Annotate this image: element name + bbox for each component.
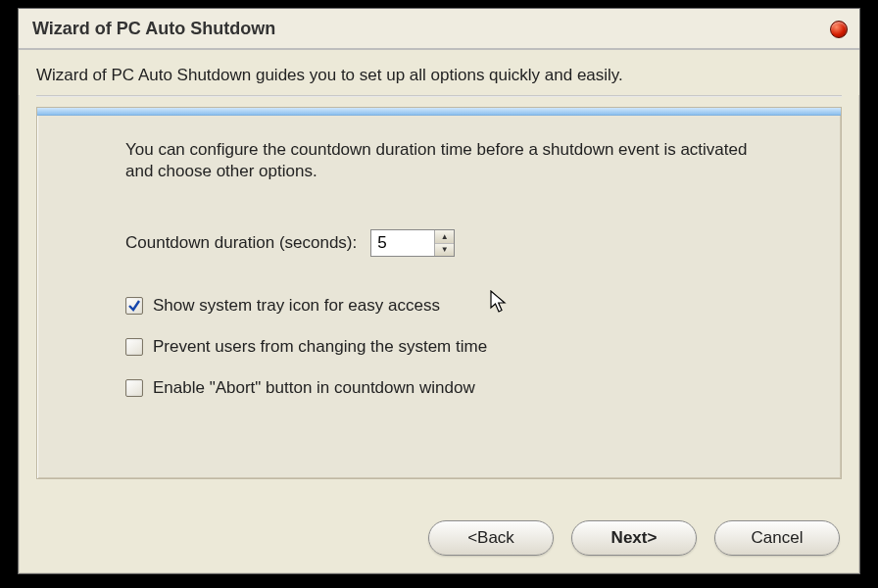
checkbox-show-tray[interactable] (125, 297, 143, 315)
option-show-tray: Show system tray icon for easy access (125, 296, 782, 316)
panel-accent (37, 108, 841, 116)
countdown-input[interactable] (371, 230, 434, 256)
countdown-label: Countdown duration (seconds): (125, 233, 357, 253)
spinner-buttons: ▲ ▼ (434, 230, 454, 256)
checkbox-prevent-time[interactable] (125, 338, 143, 356)
next-button[interactable]: Next> (571, 520, 697, 556)
checkbox-enable-abort[interactable] (125, 379, 143, 397)
spinner-down-icon[interactable]: ▼ (435, 244, 454, 257)
option-enable-abort: Enable "Abort" button in countdown windo… (125, 378, 782, 398)
divider (36, 95, 842, 97)
cancel-button[interactable]: Cancel (714, 520, 840, 556)
back-button[interactable]: <Back (428, 520, 554, 556)
option-prevent-time-label: Prevent users from changing the system t… (153, 337, 487, 357)
window-title: Wizard of PC Auto Shutdown (32, 19, 275, 38)
panel-description: You can configure the countdown duration… (125, 139, 753, 182)
wizard-window: Wizard of PC Auto Shutdown Wizard of PC … (18, 8, 860, 574)
option-prevent-time: Prevent users from changing the system t… (125, 337, 782, 357)
countdown-spinner[interactable]: ▲ ▼ (370, 229, 455, 257)
wizard-subtitle: Wizard of PC Auto Shutdown guides you to… (19, 50, 859, 95)
button-row: <Back Next> Cancel (428, 520, 840, 556)
option-show-tray-label: Show system tray icon for easy access (153, 296, 440, 316)
options-panel: You can configure the countdown duration… (36, 107, 842, 479)
countdown-row: Countdown duration (seconds): ▲ ▼ (125, 229, 782, 257)
option-enable-abort-label: Enable "Abort" button in countdown windo… (153, 378, 475, 398)
titlebar: Wizard of PC Auto Shutdown (19, 9, 859, 50)
spinner-up-icon[interactable]: ▲ (435, 230, 454, 244)
close-icon[interactable] (830, 21, 848, 38)
